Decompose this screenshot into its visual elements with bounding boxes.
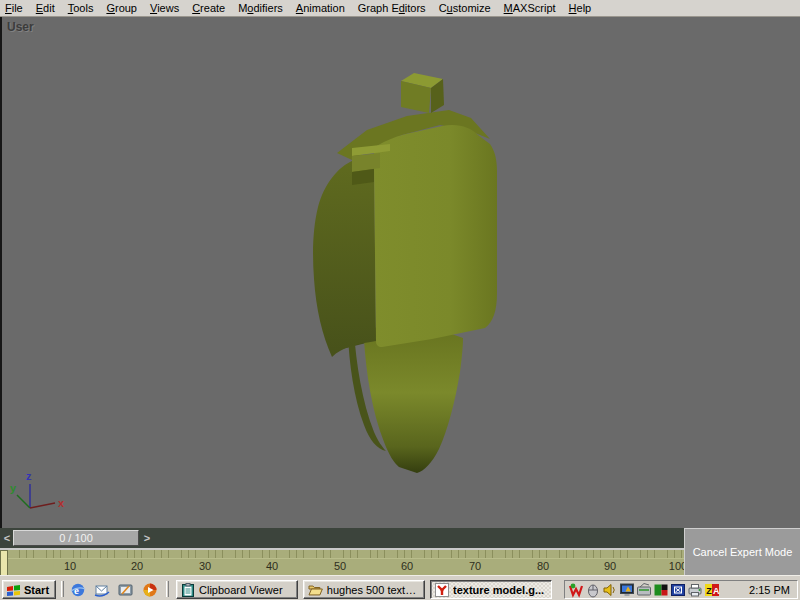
taskbar: Start e (0, 575, 800, 600)
clipboard-icon (181, 583, 195, 597)
axis-tripod: z y x (2, 468, 82, 518)
color-profile-tray-icon[interactable] (653, 582, 669, 598)
track-tick-label: 70 (469, 560, 481, 572)
track-tick-label: 80 (537, 560, 549, 572)
track-tick-label: 90 (604, 560, 616, 572)
show-desktop-icon[interactable] (118, 582, 134, 598)
axis-z-label: z (26, 470, 32, 482)
menu-help[interactable]: Help (569, 2, 592, 14)
svg-text:Z: Z (706, 585, 712, 595)
open-folder-icon (308, 583, 323, 596)
menu-maxscript[interactable]: MAXScript (504, 2, 556, 14)
clock[interactable]: 2:15 PM (749, 584, 797, 596)
3dsmax-app-icon (435, 583, 449, 597)
windows-logo-icon (6, 583, 21, 597)
task-button-hughes-500-texture[interactable]: hughes 500 texture (303, 580, 425, 599)
scanner-tray-icon[interactable] (636, 582, 652, 598)
current-frame-marker[interactable] (0, 550, 8, 575)
track-tick-label: 40 (266, 560, 278, 572)
track-tick-label: 50 (334, 560, 346, 572)
svg-text:e: e (74, 584, 79, 596)
track-tick-label: 100 (669, 560, 684, 572)
printer-tray-icon[interactable] (687, 582, 703, 598)
next-frame-arrow-icon[interactable]: > (141, 530, 153, 546)
blue-x-app-tray-icon[interactable] (670, 582, 686, 598)
previous-frame-arrow-icon[interactable]: < (1, 530, 13, 546)
menu-modifiers[interactable]: Modifiers (238, 2, 283, 14)
track-tick-label: 30 (199, 560, 211, 572)
outlook-express-icon[interactable] (94, 582, 110, 598)
time-slider-track[interactable]: < 0 / 100 > (0, 528, 684, 548)
red-w-app-tray-icon[interactable] (568, 582, 584, 598)
time-slider-handle[interactable]: 0 / 100 (13, 530, 139, 546)
quick-launch-grip[interactable] (61, 581, 64, 597)
start-button[interactable]: Start (2, 580, 56, 599)
menu-tools[interactable]: Tools (68, 2, 94, 14)
task-button-clipboard-viewer[interactable]: Clipboard Viewer (176, 580, 298, 599)
mouse-settings-tray-icon[interactable] (585, 582, 601, 598)
task-label: texture model.g... (453, 584, 544, 596)
task-label: hughes 500 texture (327, 584, 420, 596)
axis-x-label: x (58, 497, 65, 509)
track-tick-label: 10 (64, 560, 76, 572)
menu-edit[interactable]: Edit (36, 2, 55, 14)
track-bar-ticks (0, 550, 684, 559)
menu-graph-editors[interactable]: Graph Editors (358, 2, 426, 14)
desktop-screen: File Edit Tools Group Views Create Modif… (0, 0, 800, 600)
task-area-grip[interactable] (166, 581, 169, 597)
task-label: Clipboard Viewer (199, 584, 283, 596)
cancel-expert-mode-button[interactable]: Cancel Expert Mode (684, 528, 800, 575)
svg-text:A: A (713, 585, 720, 595)
start-label: Start (24, 584, 49, 596)
menu-file[interactable]: File (5, 2, 23, 14)
menu-customize[interactable]: Customize (439, 2, 491, 14)
internet-explorer-icon[interactable]: e (70, 582, 86, 598)
track-tick-label: 60 (401, 560, 413, 572)
system-tray: Z A 2:15 PM (564, 580, 798, 599)
menu-group[interactable]: Group (106, 2, 137, 14)
track-tick-label: 20 (131, 560, 143, 572)
volume-tray-icon[interactable] (602, 582, 618, 598)
axis-y-label: y (10, 482, 17, 494)
3d-model-render (2, 17, 800, 528)
zonealarm-tray-icon[interactable]: Z A (704, 582, 720, 598)
user-viewport[interactable]: User z y x (0, 17, 800, 528)
viewport-label[interactable]: User (7, 20, 34, 34)
track-bar[interactable]: 10 20 30 40 50 60 70 80 90 100 (0, 548, 684, 575)
menu-create[interactable]: Create (192, 2, 225, 14)
media-player-icon[interactable] (142, 582, 158, 598)
menu-views[interactable]: Views (150, 2, 179, 14)
menu-animation[interactable]: Animation (296, 2, 345, 14)
menu-bar: File Edit Tools Group Views Create Modif… (0, 0, 800, 17)
display-settings-tray-icon[interactable] (619, 582, 635, 598)
task-button-texture-model-active[interactable]: texture model.g... (430, 580, 552, 599)
